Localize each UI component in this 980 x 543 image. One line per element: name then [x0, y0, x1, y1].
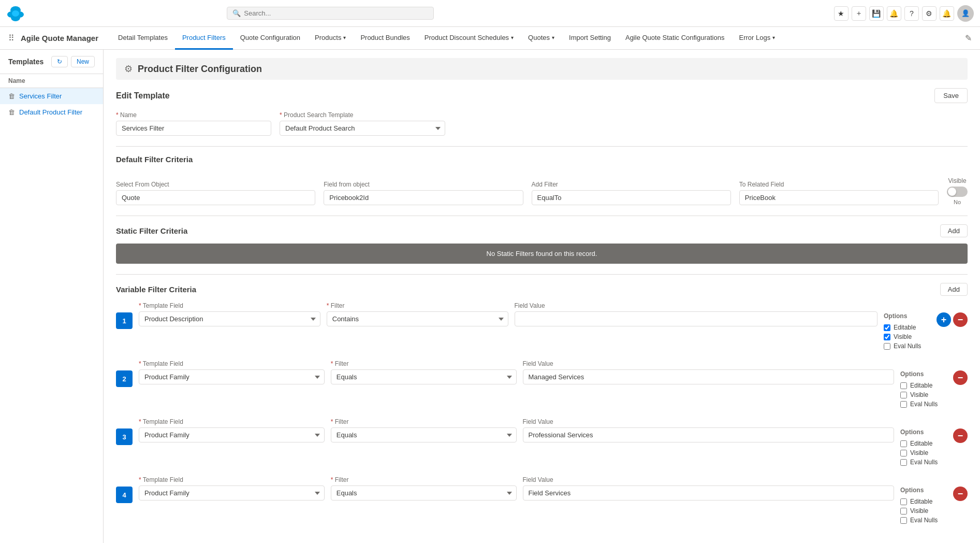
toggle-no-label: No [954, 199, 961, 205]
nav-quote-configuration[interactable]: Quote Configuration [233, 27, 308, 50]
trash-icon[interactable]: 🗑 [8, 108, 15, 116]
edit-template-section: Edit Template Save * Name * Product Sear… [116, 88, 968, 136]
grid-icon[interactable]: ⠿ [8, 33, 14, 43]
remove-row-button-3[interactable]: − [953, 428, 968, 443]
global-search[interactable]: 🔍 [227, 7, 434, 20]
add-filter-input[interactable] [532, 190, 731, 205]
edit-template-title: Edit Template [116, 91, 170, 101]
chevron-down-icon: ▾ [772, 35, 775, 40]
editable-checkbox-3[interactable] [900, 440, 907, 447]
filter-group-4: * Filter Equals [331, 476, 517, 501]
row-actions-2: − [953, 370, 968, 385]
visible-checkbox-3[interactable] [900, 450, 907, 456]
required-asterisk: * [116, 111, 119, 119]
name-input[interactable] [116, 121, 271, 136]
template-field-select-3[interactable]: Product Family [139, 427, 325, 442]
toggle-knob [948, 188, 956, 196]
variable-filter-add-button[interactable]: Add [940, 283, 968, 296]
bell-icon[interactable]: 🔔 [887, 6, 901, 21]
app-name: Agile Quote Manager [21, 34, 98, 42]
visible-checkbox-2[interactable] [900, 392, 907, 398]
template-field-select-1[interactable]: Product Description [139, 311, 320, 326]
nav-product-filters[interactable]: Product Filters [175, 27, 233, 50]
new-template-button[interactable]: New [71, 56, 95, 67]
editable-checkbox-4[interactable] [900, 498, 907, 505]
visible-checkbox-4[interactable] [900, 508, 907, 515]
remove-row-button-4[interactable]: − [953, 487, 968, 501]
field-from-object-input[interactable] [324, 190, 523, 205]
default-filter-section: Default Filter Criteria Select From Obje… [116, 155, 968, 205]
editable-checkbox-2[interactable] [900, 382, 907, 389]
refresh-button[interactable]: ↻ [51, 56, 68, 67]
add-icon[interactable]: ＋ [852, 6, 866, 21]
filter-group-3: * Filter Equals [331, 418, 517, 442]
product-search-select[interactable]: Default Product Search [280, 121, 445, 136]
select-from-object-input[interactable] [116, 190, 315, 205]
template-field-select-2[interactable]: Product Family [139, 369, 325, 384]
template-field-select-4[interactable]: Product Family [139, 485, 325, 501]
options-label-3: Options [900, 428, 947, 436]
field-value-label-1: Field Value [515, 302, 878, 309]
static-filter-add-button[interactable]: Add [940, 224, 968, 237]
filter-select-3[interactable]: Equals [331, 427, 517, 442]
save-button[interactable]: Save [934, 88, 968, 103]
top-bar: 🔍 ★ ＋ 💾 🔔 ? ⚙ 🔔 👤 [0, 0, 980, 27]
sidebar: Templates ↻ New Name 🗑 Services Filter 🗑… [0, 50, 104, 543]
eval-nulls-checkbox-2[interactable] [900, 401, 907, 408]
nav-product-bundles[interactable]: Product Bundles [353, 27, 417, 50]
page-header: ⚙ Product Filter Configuration [116, 58, 968, 80]
sidebar-item-label: Services Filter [19, 92, 62, 100]
eval-nulls-checkbox-1[interactable] [884, 343, 890, 350]
row-actions-4: − [953, 487, 968, 501]
sidebar-item-default-product-filter[interactable]: 🗑 Default Product Filter [0, 104, 103, 120]
field-value-input-4[interactable] [523, 485, 895, 501]
nav-products[interactable]: Products ▾ [308, 27, 353, 50]
nav-product-discount[interactable]: Product Discount Schedules ▾ [417, 27, 521, 50]
avatar[interactable]: 👤 [957, 5, 974, 22]
product-search-label: * Product Search Template [280, 111, 445, 119]
sidebar-item-label: Default Product Filter [19, 108, 82, 116]
edit-template-header: Edit Template Save [116, 88, 968, 103]
nav-edit-icon[interactable]: ✎ [965, 33, 972, 43]
app-logo [6, 4, 25, 23]
save-icon[interactable]: 💾 [869, 6, 884, 21]
nav-import-setting[interactable]: Import Setting [562, 27, 618, 50]
variable-filter-row-3: 3 * Template Field Product Family * [116, 418, 968, 466]
filter-select-1[interactable]: Contains [327, 311, 508, 326]
notifications-icon[interactable]: 🔔 [940, 6, 954, 21]
filter-label-2: * Filter [331, 360, 517, 367]
field-value-input-3[interactable] [523, 427, 895, 442]
eval-nulls-checkbox-3[interactable] [900, 459, 907, 466]
nav-static-configs[interactable]: Agile Quote Static Configurations [618, 27, 732, 50]
search-input[interactable] [244, 9, 428, 17]
main-nav: ⠿ Agile Quote Manager Detail Templates P… [0, 27, 980, 50]
help-icon[interactable]: ? [904, 6, 919, 21]
variable-filter-header: Variable Filter Criteria Add [116, 283, 968, 296]
filter-select-4[interactable]: Equals [331, 485, 517, 501]
add-row-button-1[interactable]: + [937, 312, 951, 327]
remove-row-button-1[interactable]: − [953, 312, 968, 327]
settings-icon[interactable]: ⚙ [922, 6, 937, 21]
sidebar-item-services-filter[interactable]: 🗑 Services Filter [0, 88, 103, 104]
row-number-2: 2 [116, 370, 133, 387]
field-value-label-2: Field Value [523, 360, 895, 367]
nav-error-logs[interactable]: Error Logs ▾ [732, 27, 782, 50]
eval-nulls-checkbox-4[interactable] [900, 517, 907, 524]
visible-toggle[interactable] [947, 187, 968, 197]
divider-1 [116, 146, 968, 147]
favorites-icon[interactable]: ★ [834, 6, 849, 21]
filter-select-2[interactable]: Equals [331, 369, 517, 384]
field-value-input-1[interactable] [515, 311, 878, 326]
row-number-3: 3 [116, 428, 133, 445]
visible-checkbox-1[interactable] [884, 334, 890, 340]
trash-icon[interactable]: 🗑 [8, 92, 15, 100]
nav-quotes[interactable]: Quotes ▾ [521, 27, 562, 50]
template-field-label-2: * Template Field [139, 360, 325, 367]
editable-checkbox-1[interactable] [884, 324, 890, 331]
remove-row-button-2[interactable]: − [953, 370, 968, 385]
nav-detail-templates[interactable]: Detail Templates [111, 27, 175, 50]
field-value-input-2[interactable] [523, 369, 895, 384]
to-related-field-input[interactable] [739, 190, 939, 205]
edit-template-form-row: * Name * Product Search Template Default… [116, 111, 968, 136]
options-label-2: Options [900, 370, 947, 378]
